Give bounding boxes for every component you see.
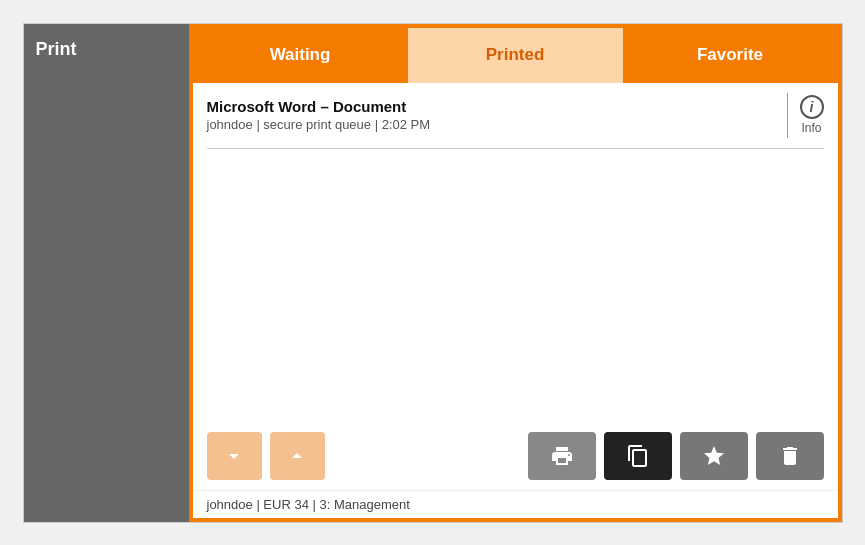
footer-bar: johndoe | EUR 34 | 3: Management — [193, 490, 838, 518]
scroll-up-button[interactable] — [270, 432, 325, 480]
content-area: Microsoft Word – Document johndoe | secu… — [193, 83, 838, 422]
trash-icon — [778, 444, 802, 468]
tab-waiting[interactable]: Waiting — [193, 28, 408, 83]
chevron-up-icon — [285, 444, 309, 468]
info-button[interactable]: i Info — [800, 95, 824, 135]
vertical-divider — [787, 93, 788, 138]
info-icon: i — [800, 95, 824, 119]
sidebar: Print — [24, 24, 189, 522]
document-meta: johndoe | secure print queue | 2:02 PM — [207, 117, 775, 132]
chevron-down-icon — [222, 444, 246, 468]
print-icon — [550, 444, 574, 468]
main-area: Waiting Printed Favorite Microsoft Word … — [189, 24, 842, 522]
document-row[interactable]: Microsoft Word – Document johndoe | secu… — [207, 93, 824, 149]
star-icon — [702, 444, 726, 468]
document-title: Microsoft Word – Document — [207, 98, 775, 115]
sidebar-title: Print — [36, 39, 77, 60]
reprint-icon — [626, 444, 650, 468]
reprint-button[interactable] — [604, 432, 672, 480]
tab-favorite[interactable]: Favorite — [623, 28, 838, 83]
app-container: Print Waiting Printed Favorite Microsoft… — [23, 23, 843, 523]
footer-text: johndoe | EUR 34 | 3: Management — [207, 497, 410, 512]
print-button[interactable] — [528, 432, 596, 480]
scroll-down-button[interactable] — [207, 432, 262, 480]
tabs-bar: Waiting Printed Favorite — [193, 28, 838, 83]
tab-printed[interactable]: Printed — [408, 28, 623, 83]
favorite-button[interactable] — [680, 432, 748, 480]
delete-button[interactable] — [756, 432, 824, 480]
document-info: Microsoft Word – Document johndoe | secu… — [207, 98, 775, 132]
info-label: Info — [801, 121, 821, 135]
bottom-bar — [193, 422, 838, 490]
